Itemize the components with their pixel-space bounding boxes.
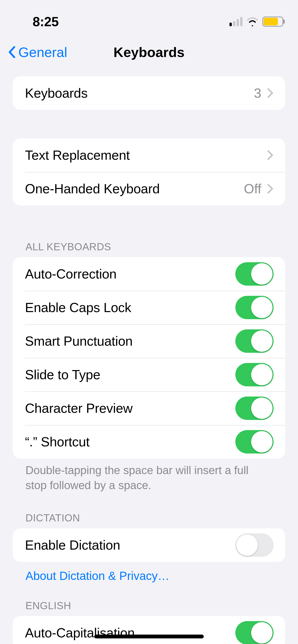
row-label: Keyboards <box>25 85 254 101</box>
status-time: 8:25 <box>15 14 59 29</box>
section-header-all-keyboards: ALL KEYBOARDS <box>13 241 285 257</box>
switch-enable-caps-lock[interactable] <box>235 296 274 319</box>
row-enable-caps-lock: Enable Caps Lock <box>13 291 285 324</box>
page-title: Keyboards <box>113 44 184 60</box>
section-footer-all-keyboards: Double-tapping the space bar will insert… <box>13 459 285 493</box>
row-auto-correction: Auto-Correction <box>13 257 285 291</box>
nav-bar: General Keyboards <box>0 36 298 69</box>
chevron-right-icon <box>267 184 274 194</box>
row-label: Auto-Correction <box>25 266 235 282</box>
row-label: One-Handed Keyboard <box>25 181 244 196</box>
row-keyboards[interactable]: Keyboards 3 <box>13 76 285 110</box>
group-dictation: Enable Dictation <box>13 528 285 562</box>
group-keyboards: Keyboards 3 <box>13 76 285 110</box>
status-icons <box>229 17 283 27</box>
chevron-left-icon <box>8 46 16 58</box>
row-label: Enable Dictation <box>25 537 235 553</box>
back-button[interactable]: General <box>8 44 67 60</box>
group-text-options: Text Replacement One-Handed Keyboard Off <box>13 138 285 206</box>
row-auto-capitalisation: Auto-Capitalisation <box>13 616 285 644</box>
section-header-english: ENGLISH <box>13 600 285 616</box>
row-label: “.” Shortcut <box>25 434 235 449</box>
row-label: Smart Punctuation <box>25 333 235 349</box>
group-all-keyboards: Auto-Correction Enable Caps Lock Smart P… <box>13 257 285 459</box>
row-label: Enable Caps Lock <box>25 300 235 315</box>
switch-auto-correction[interactable] <box>235 262 274 286</box>
group-english: Auto-Capitalisation <box>13 616 285 644</box>
row-label: Character Preview <box>25 401 235 416</box>
status-bar: 8:25 <box>0 0 298 36</box>
switch-dot-shortcut[interactable] <box>235 430 274 453</box>
row-dot-shortcut: “.” Shortcut <box>13 425 285 459</box>
switch-character-preview[interactable] <box>235 397 274 420</box>
section-header-dictation: DICTATION <box>13 512 285 528</box>
switch-slide-to-type[interactable] <box>235 363 274 386</box>
row-text-replacement[interactable]: Text Replacement <box>13 138 285 172</box>
switch-smart-punctuation[interactable] <box>235 329 274 353</box>
row-slide-to-type: Slide to Type <box>13 358 285 391</box>
back-label: General <box>18 44 67 60</box>
row-label: Text Replacement <box>25 148 267 163</box>
chevron-right-icon <box>267 88 274 98</box>
cellular-signal-icon <box>229 17 242 26</box>
link-about-dictation-privacy[interactable]: About Dictation & Privacy… <box>13 562 285 583</box>
row-one-handed-keyboard[interactable]: One-Handed Keyboard Off <box>13 172 285 206</box>
chevron-right-icon <box>267 150 274 160</box>
row-enable-dictation: Enable Dictation <box>13 528 285 562</box>
row-value: Off <box>244 181 261 196</box>
wifi-icon <box>247 17 258 26</box>
row-smart-punctuation: Smart Punctuation <box>13 324 285 358</box>
row-value: 3 <box>254 85 261 101</box>
switch-auto-capitalisation[interactable] <box>235 621 274 644</box>
battery-icon <box>262 17 283 27</box>
row-label: Slide to Type <box>25 367 235 382</box>
row-character-preview: Character Preview <box>13 391 285 425</box>
switch-enable-dictation[interactable] <box>235 533 274 557</box>
home-indicator <box>94 635 204 638</box>
